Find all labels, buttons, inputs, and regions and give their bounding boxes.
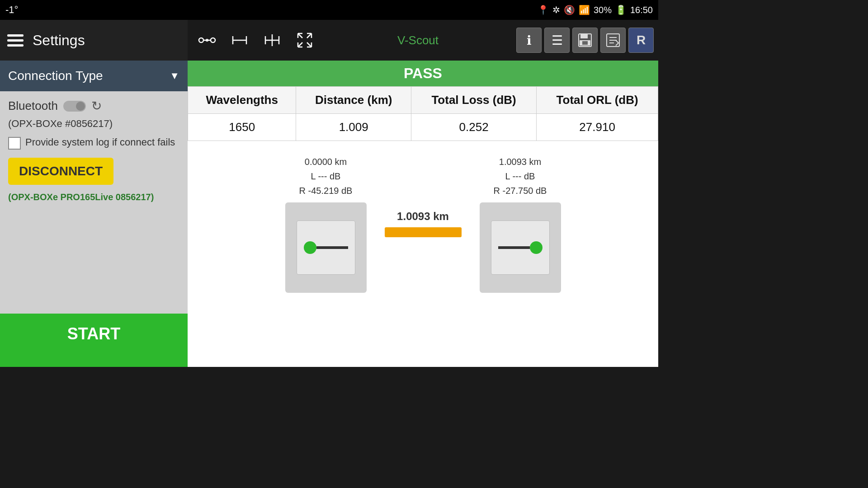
distance-section: 1.0093 km: [385, 210, 462, 237]
right-node-wrapper: 1.0093 km L --- dB R -27.750 dB: [480, 155, 561, 293]
device-full-name: (OPX-BOXe PRO165Live 0856217): [8, 192, 179, 202]
left-fiber-dot: [304, 241, 316, 254]
slider-thumb: [76, 102, 85, 111]
export-icon: [606, 33, 620, 47]
svg-point-0: [199, 38, 203, 42]
tool-icon-1: [197, 30, 217, 51]
info-button[interactable]: ℹ: [516, 28, 542, 53]
settings-title: Settings: [33, 32, 85, 49]
connection-details: Bluetooth ↻ (OPX-BOXe #0856217) Provide …: [0, 91, 188, 314]
tool-icon-2: [229, 30, 250, 51]
left-loss-l: L --- dB: [311, 171, 341, 181]
col-total-loss: Total Loss (dB): [411, 87, 536, 114]
svg-line-11: [298, 33, 302, 38]
left-panel: Settings Connection Type ▼ Bluetooth ↻ (…: [0, 20, 188, 367]
info-icon: ℹ: [527, 33, 532, 48]
left-loss-r: R -45.219 dB: [299, 186, 353, 196]
left-node-info: 0.0000 km L --- dB R -45.219 dB: [299, 155, 353, 198]
bluetooth-slider[interactable]: [63, 101, 86, 112]
disconnect-button[interactable]: DISCONNECT: [8, 158, 113, 185]
main-layout: Settings Connection Type ▼ Bluetooth ↻ (…: [0, 20, 658, 367]
system-log-checkbox[interactable]: [8, 137, 21, 150]
tool-btn-1[interactable]: [192, 26, 222, 54]
col-distance: Distance (km): [296, 87, 411, 114]
r-icon: R: [637, 33, 646, 47]
toolbar-right: ℹ ☰: [516, 28, 654, 53]
left-fiber-box: [285, 202, 367, 293]
refresh-icon[interactable]: ↻: [91, 99, 102, 113]
svg-line-17: [298, 42, 302, 47]
left-fiber-connector: [304, 241, 348, 254]
device-id: (OPX-BOXe #0856217): [8, 118, 179, 130]
settings-header: Settings: [0, 20, 188, 61]
hamburger-line-2: [7, 39, 24, 42]
fiber-diagram: 0.0000 km L --- dB R -45.219 dB: [188, 141, 658, 306]
tool-icon-3: [262, 30, 283, 51]
left-dist: 0.0000 km: [305, 157, 347, 167]
status-right: 📍 ✲ 🔇 📶 30% 🔋 16:50: [538, 5, 653, 15]
battery-label: 30%: [594, 5, 612, 15]
svg-rect-26: [582, 41, 588, 45]
bluetooth-status-icon: ✲: [552, 5, 560, 15]
vscout-label: V-Scout: [322, 33, 514, 47]
start-button[interactable]: START: [0, 314, 188, 354]
right-fiber-dot: [530, 241, 542, 254]
right-fiber-connector: [498, 241, 542, 254]
tool-btn-4[interactable]: [290, 26, 320, 54]
status-temp: -1°: [5, 4, 18, 16]
connection-type-label: Connection Type: [8, 69, 103, 83]
tool-icon-4: [294, 30, 315, 51]
svg-point-3: [206, 39, 208, 42]
svg-rect-24: [580, 34, 588, 38]
svg-point-2: [211, 38, 215, 42]
location-icon: 📍: [538, 5, 549, 15]
bottom-green-strip: [0, 354, 188, 367]
list-icon: ☰: [552, 33, 563, 48]
results-area: PASS Wavelengths Distance (km) Total Los…: [188, 61, 658, 367]
left-fiber-line: [316, 246, 348, 249]
hamburger-menu[interactable]: [7, 34, 24, 47]
distance-bar: [385, 227, 462, 237]
toolbar: V-Scout ℹ ☰: [188, 20, 658, 61]
checkbox-label: Provide system log if connect fails: [25, 136, 175, 149]
bluetooth-label: Bluetooth: [8, 99, 58, 113]
hamburger-line-3: [7, 44, 24, 47]
r-button[interactable]: R: [628, 28, 654, 53]
right-fiber-box: [480, 202, 561, 293]
table-row: 1650 1.009 0.252 27.910: [188, 114, 658, 141]
right-loss-l: L --- dB: [505, 171, 535, 181]
right-fiber-inner: [491, 221, 550, 275]
col-wavelengths: Wavelengths: [188, 87, 296, 114]
bluetooth-row: Bluetooth ↻: [8, 99, 179, 113]
cell-wavelength: 1650: [188, 114, 296, 141]
list-button[interactable]: ☰: [544, 28, 570, 53]
col-total-orl: Total ORL (dB): [537, 87, 658, 114]
data-table: Wavelengths Distance (km) Total Loss (dB…: [188, 86, 658, 141]
pass-header: PASS: [188, 61, 658, 86]
distance-label: 1.0093 km: [397, 210, 449, 223]
tool-btn-3[interactable]: [257, 26, 287, 54]
svg-line-14: [307, 33, 311, 38]
save-button[interactable]: [572, 28, 598, 53]
left-node-wrapper: 0.0000 km L --- dB R -45.219 dB: [285, 155, 367, 293]
export-button[interactable]: [600, 28, 626, 53]
hamburger-line-1: [7, 34, 24, 37]
right-loss-r: R -27.750 dB: [494, 186, 547, 196]
right-fiber-line: [498, 246, 530, 249]
right-panel: V-Scout ℹ ☰: [188, 20, 658, 367]
cell-total-orl: 27.910: [537, 114, 658, 141]
checkbox-row: Provide system log if connect fails: [8, 136, 179, 150]
save-icon: [578, 33, 592, 47]
battery-icon: 🔋: [615, 5, 627, 15]
signal-icon: 📶: [579, 5, 590, 15]
mute-icon: 🔇: [564, 5, 575, 15]
connection-type-row[interactable]: Connection Type ▼: [8, 69, 179, 83]
svg-line-20: [307, 42, 311, 47]
dropdown-arrow-icon: ▼: [170, 70, 179, 82]
right-dist: 1.0093 km: [499, 157, 541, 167]
time-label: 16:50: [630, 5, 653, 15]
connection-type-section: Connection Type ▼: [0, 61, 188, 91]
tool-btn-2[interactable]: [225, 26, 255, 54]
right-node-info: 1.0093 km L --- dB R -27.750 dB: [494, 155, 547, 198]
left-fiber-inner: [297, 221, 355, 275]
